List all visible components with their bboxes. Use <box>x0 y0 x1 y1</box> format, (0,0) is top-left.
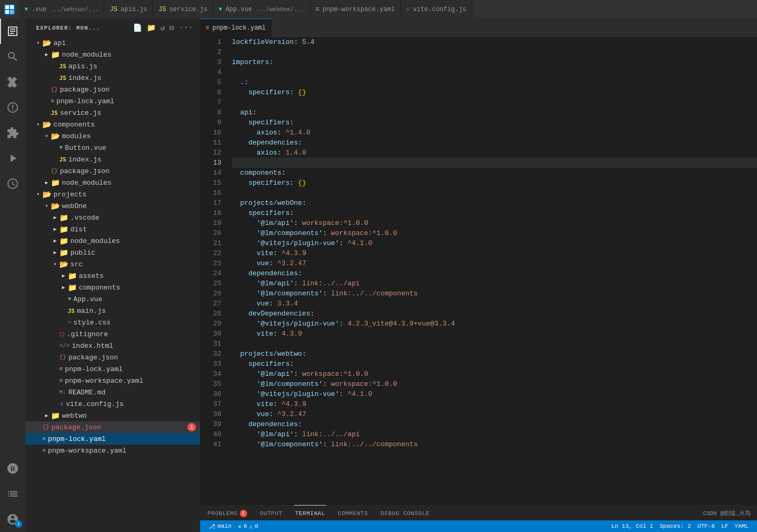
tree-label: components <box>53 121 200 129</box>
code-token: : <box>298 419 302 429</box>
line-number: 20 <box>200 228 221 238</box>
status-errors[interactable]: ✕ 0 ⚠ 0 <box>235 520 261 532</box>
tree-item-projects[interactable]: ▾ 📂 projects <box>25 188 200 200</box>
arrow-icon: ▶ <box>51 249 59 256</box>
status-encoding[interactable]: UTF-8 <box>694 520 718 532</box>
tree-item-app-vue[interactable]: ▶ ▼ App.vue <box>25 293 200 305</box>
tree-item-node-modules-2[interactable]: ▶ 📁 node_modules <box>25 177 200 188</box>
spaces-text: Spaces: 2 <box>660 523 691 529</box>
status-language[interactable]: YAML <box>732 520 752 532</box>
tree-item-webtwo[interactable]: ▶ 📁 webtwo <box>25 410 200 421</box>
code-token: api <box>232 107 253 118</box>
tree-item-public[interactable]: ▶ 📁 public <box>25 247 200 258</box>
tree-item-package-json-2[interactable]: ▶ {} package.json <box>25 165 200 177</box>
status-eol[interactable]: LF <box>718 520 731 532</box>
tree-item-package-json-1[interactable]: ▶ {} package.json <box>25 84 200 95</box>
tree-item-components[interactable]: ▾ 📂 components <box>25 119 200 130</box>
status-ln-col[interactable]: Ln 13, Col 1 <box>608 520 656 532</box>
tree-item-vite-config[interactable]: ▶ ⚡ vite.config.js <box>25 398 200 410</box>
tab-filename: pnpm-lock.yaml <box>212 24 266 32</box>
collapse-icon[interactable]: ⊟ <box>169 23 174 32</box>
activity-run[interactable] <box>0 146 25 171</box>
code-token: 3.3.4 <box>277 299 298 309</box>
tree-item-api[interactable]: ▾ 📂 api <box>25 37 200 49</box>
activity-time[interactable] <box>0 171 25 196</box>
tree-item-components-2[interactable]: ▶ 📁 components <box>25 282 200 293</box>
tree-item-main-js[interactable]: ▶ JS main.js <box>25 305 200 317</box>
activity-c[interactable] <box>0 456 25 481</box>
code-token: : <box>269 57 273 67</box>
tree-item-style-css[interactable]: ▶ ≈ style.css <box>25 317 200 328</box>
tab-app-vue[interactable]: ▼ App.vue .../webOne/... <box>213 0 310 19</box>
code-line: vite: 4.3.9 <box>232 329 757 339</box>
tree-label: pnpm-lock.yaml <box>57 97 200 105</box>
activity-git[interactable] <box>0 69 25 95</box>
tab-label: service.js <box>169 6 208 13</box>
tab-vite-config[interactable]: ⚡ vite.config.js <box>401 0 472 19</box>
tree-item-apis-js[interactable]: ▶ JS apis.js <box>25 60 200 72</box>
tree-item-pnpm-workspace-yaml[interactable]: ▶ ≡ pnpm-workspace.yaml <box>25 375 200 386</box>
tree-item-pnpm-lock-root[interactable]: ▶ ≡ pnpm-lock.yaml <box>25 433 200 445</box>
activity-account[interactable]: 1 <box>0 507 25 532</box>
activity-extensions[interactable] <box>0 95 25 120</box>
tree-item-index-js-2[interactable]: ▶ JS index.js <box>25 154 200 165</box>
line-number: 18 <box>200 208 221 218</box>
line-number: 36 <box>200 389 221 399</box>
new-file-icon[interactable]: 📄 <box>133 23 142 32</box>
tree-item-dist[interactable]: ▶ 📁 dist <box>25 223 200 235</box>
line-number: 34 <box>200 369 221 379</box>
panel-tab-problems[interactable]: PROBLEMS 1 <box>206 505 248 521</box>
tree-item-node-modules-1[interactable]: ▶ 📁 node_modules <box>25 49 200 60</box>
tree-item-webone[interactable]: ▾ 📂 webOne <box>25 200 200 212</box>
tree-item-package-json-3[interactable]: ▶ {} package.json <box>25 351 200 363</box>
tab-apis-js[interactable]: JS apis.js <box>104 0 153 19</box>
tree-item-pnpm-workspace-root[interactable]: ▶ ≡ pnpm-workspace.yaml <box>25 445 200 456</box>
activity-puzzle[interactable] <box>0 120 25 146</box>
vite-icon: ⚡ <box>406 6 410 14</box>
tree-item-index-html[interactable]: ▶ </> index.html <box>25 340 200 351</box>
tab-service-js[interactable]: JS service.js <box>153 0 213 19</box>
editor-tab-pnpm-lock[interactable]: ≡ pnpm-lock.yaml <box>200 19 272 37</box>
tree-item-assets[interactable]: ▶ 📁 assets <box>25 270 200 282</box>
tree-item-vscode[interactable]: ▶ 📁 .vscode <box>25 212 200 223</box>
panel-tab-terminal[interactable]: TERMINAL <box>294 505 326 521</box>
activity-search[interactable] <box>0 44 25 69</box>
tree-item-pnpm-lock-2[interactable]: ▶ ≡ pnpm-lock.yaml <box>25 363 200 375</box>
activity-list[interactable] <box>0 481 25 507</box>
tab-pnpm-workspace[interactable]: ≡ pnpm-workspace.yaml <box>310 0 401 19</box>
tree-item-modules[interactable]: ▾ 📂 modules <box>25 130 200 142</box>
tree-item-service-js[interactable]: ▶ JS service.js <box>25 107 200 119</box>
tree-item-index-js-1[interactable]: ▶ JS index.js <box>25 72 200 84</box>
tree-item-package-json-root[interactable]: ▶ {} package.json 1 <box>25 421 200 433</box>
tree-item-readme-md[interactable]: ▶ M↓ README.md <box>25 386 200 398</box>
status-branch[interactable]: ⎇ main <box>205 520 235 532</box>
code-token: specifiers <box>232 118 290 128</box>
code-editor[interactable]: lockfileVersion: 5.4 importers: .: speci… <box>227 37 757 504</box>
tree-item-gitignore[interactable]: ▶ ⬡ .gitignore <box>25 328 200 340</box>
panel-tab-debug-console[interactable]: DEBUG CONSOLE <box>380 505 430 521</box>
code-token: : <box>294 218 302 228</box>
status-spaces[interactable]: Spaces: 2 <box>656 520 694 532</box>
tree-item-pnpm-lock-1[interactable]: ▶ ≡ pnpm-lock.yaml <box>25 95 200 107</box>
arrow-icon: ▶ <box>42 179 51 186</box>
code-token: link:../../api <box>302 278 360 288</box>
code-line: api: <box>232 107 757 118</box>
tab-dotsvue[interactable]: ▼ .vue .../webtwo/... <box>19 0 104 19</box>
code-line: specifiers: {} <box>232 178 757 188</box>
new-folder-icon[interactable]: 📁 <box>147 23 156 32</box>
more-icon[interactable]: ··· <box>179 23 194 32</box>
code-token: vue <box>232 258 269 268</box>
code-token: : <box>323 228 331 238</box>
code-line: dependencies: <box>232 268 757 278</box>
sidebar-header-icons: 📄 📁 ↺ ⊟ ··· <box>133 23 194 32</box>
tree-item-src[interactable]: ▾ 📂 src <box>25 258 200 270</box>
panel-tab-output[interactable]: OUTPUT <box>259 505 284 521</box>
panel-tab-comments[interactable]: COMMENTS <box>337 505 369 521</box>
code-token <box>232 369 257 379</box>
tab-path: .../webOne/... <box>255 6 304 13</box>
tree-item-node-modules-3[interactable]: ▶ 📁 node_modules <box>25 235 200 247</box>
code-token: specifiers <box>232 359 290 369</box>
refresh-icon[interactable]: ↺ <box>160 23 165 32</box>
tree-item-button-vue[interactable]: ▶ ▼ Button.vue <box>25 142 200 154</box>
activity-explorer[interactable] <box>0 19 25 44</box>
